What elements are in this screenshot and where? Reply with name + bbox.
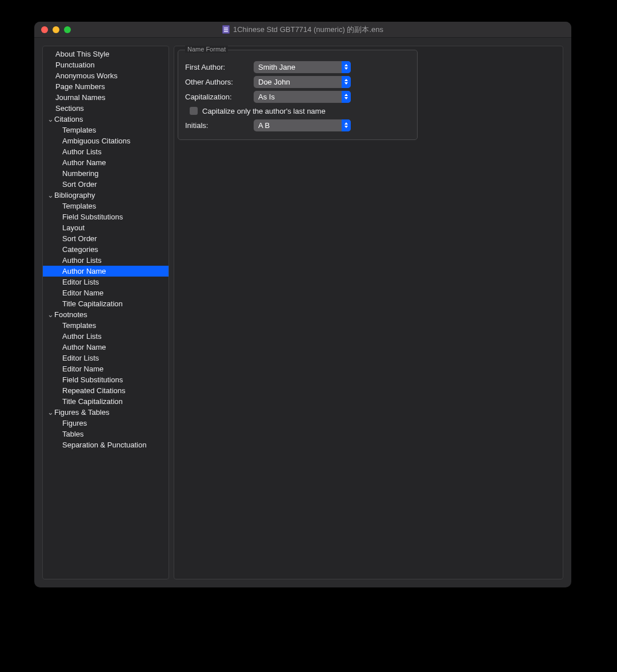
tree-item-label: Author Name [62, 158, 106, 167]
popup-arrows-icon [342, 61, 351, 73]
tree-item-label: Templates [62, 126, 96, 134]
window-title: 1Chinese Std GBT7714 (numeric) 的副本.ens [233, 25, 383, 35]
tree-item[interactable]: Anonymous Works [43, 70, 169, 81]
popup-capitalization[interactable]: As Is [254, 91, 351, 103]
tree-item[interactable]: Editor Lists [43, 353, 169, 363]
chevron-down-icon[interactable]: ⌄ [47, 114, 53, 125]
tree-item-label: Title Capitalization [62, 299, 123, 308]
tree-item[interactable]: Editor Lists [43, 277, 169, 287]
window-minimize-button[interactable] [53, 26, 59, 33]
tree-item[interactable]: Numbering [43, 168, 169, 179]
row-first-author: First Author: Smith Jane [185, 59, 410, 74]
tree-item-label: Templates [62, 321, 96, 330]
tree-item-label: Editor Lists [62, 278, 99, 286]
label-capitalization: Capitalization: [185, 93, 254, 101]
chevron-down-icon[interactable]: ⌄ [47, 407, 53, 418]
popup-first-author[interactable]: Smith Jane [254, 61, 351, 73]
tree-item[interactable]: Field Substitutions [43, 374, 169, 385]
tree-item[interactable]: Templates [43, 320, 169, 331]
tree-item[interactable]: Author Lists [43, 146, 169, 157]
tree-item-label: Editor Name [62, 289, 103, 297]
tree-item-label: Title Capitalization [62, 397, 123, 406]
popup-first-author-value: Smith Jane [258, 63, 295, 71]
chevron-down-icon[interactable]: ⌄ [47, 190, 53, 201]
content-area: About This StylePunctuationAnonymous Wor… [34, 38, 571, 587]
popup-initials-value: A B [258, 121, 270, 130]
popup-capitalization-value: As Is [258, 93, 275, 101]
tree-item[interactable]: Author Name [43, 157, 169, 168]
tree-item-label: Author Lists [62, 147, 102, 156]
tree-item[interactable]: Tables [43, 429, 169, 439]
tree-item[interactable]: Templates [43, 125, 169, 135]
tree-item[interactable]: Author Lists [43, 255, 169, 266]
tree-item[interactable]: ⌄Citations [43, 114, 169, 125]
tree-item-label: Journal Names [55, 93, 105, 102]
window-title-wrap: 1Chinese Std GBT7714 (numeric) 的副本.ens [34, 25, 571, 35]
tree-item[interactable]: ⌄Bibliography [43, 190, 169, 201]
tree-item[interactable]: Author Name [43, 266, 169, 277]
tree-item[interactable]: Editor Name [43, 287, 169, 298]
tree-item[interactable]: Author Lists [43, 331, 169, 342]
tree-item-label: Figures & Tables [54, 408, 110, 417]
tree-item-label: Editor Lists [62, 354, 99, 362]
popup-arrows-icon [342, 76, 351, 88]
tree-item-label: Sections [55, 104, 84, 113]
popup-other-authors[interactable]: Doe John [254, 76, 351, 88]
tree-item[interactable]: Page Numbers [43, 81, 169, 92]
tree-item-label: Author Lists [62, 332, 102, 341]
tree-item-label: Field Substitutions [62, 375, 123, 384]
tree-item[interactable]: Sections [43, 103, 169, 114]
document-icon [222, 25, 230, 34]
checkbox-cap-lastname[interactable] [190, 107, 198, 115]
sidebar-tree[interactable]: About This StylePunctuationAnonymous Wor… [42, 46, 169, 579]
tree-item-label: Categories [62, 245, 98, 254]
chevron-down-icon[interactable]: ⌄ [47, 309, 53, 320]
tree-item[interactable]: Separation & Punctuation [43, 439, 169, 450]
tree-item-label: Separation & Punctuation [62, 441, 146, 449]
tree-item-label: Footnotes [54, 310, 87, 319]
tree-item-label: Templates [62, 202, 96, 210]
tree-item[interactable]: Figures [43, 418, 169, 429]
tree-item-label: Layout [62, 223, 85, 232]
titlebar: 1Chinese Std GBT7714 (numeric) 的副本.ens [34, 22, 571, 38]
traffic-lights [41, 26, 71, 33]
tree-item[interactable]: Repeated Citations [43, 385, 169, 396]
row-other-authors: Other Authors: Doe John [185, 74, 410, 89]
tree-item[interactable]: Field Substitutions [43, 211, 169, 222]
tree-item[interactable]: Title Capitalization [43, 298, 169, 309]
detail-pane: Name Format First Author: Smith Jane Oth… [174, 46, 563, 579]
tree-item[interactable]: ⌄Figures & Tables [43, 407, 169, 418]
row-capitalization: Capitalization: As Is [185, 89, 410, 104]
tree-item[interactable]: Sort Order [43, 179, 169, 190]
tree-item[interactable]: Editor Name [43, 363, 169, 374]
label-initials: Initials: [185, 121, 254, 130]
tree-item-label: About This Style [55, 50, 109, 58]
tree-item[interactable]: Title Capitalization [43, 396, 169, 407]
tree-item[interactable]: Ambiguous Citations [43, 135, 169, 146]
tree-item[interactable]: Layout [43, 222, 169, 233]
popup-arrows-icon [342, 119, 351, 131]
popup-other-authors-value: Doe John [258, 78, 290, 86]
tree-item-label: Tables [62, 430, 84, 438]
label-cap-lastname: Capitalize only the author's last name [202, 107, 326, 115]
window-zoom-button[interactable] [64, 26, 71, 33]
tree-item-label: Numbering [62, 169, 99, 178]
tree-item[interactable]: Sort Order [43, 233, 169, 244]
tree-item[interactable]: Punctuation [43, 59, 169, 70]
label-other-authors: Other Authors: [185, 78, 254, 86]
tree-item[interactable]: ⌄Footnotes [43, 309, 169, 320]
tree-item[interactable]: Templates [43, 201, 169, 211]
tree-item-label: Author Name [62, 343, 106, 351]
popup-initials[interactable]: A B [254, 119, 351, 131]
group-title: Name Format [185, 46, 228, 53]
tree-item[interactable]: Author Name [43, 342, 169, 353]
window-close-button[interactable] [41, 26, 48, 33]
tree-item-label: Sort Order [62, 234, 97, 243]
tree-item[interactable]: About This Style [43, 49, 169, 59]
tree-item-label: Field Substitutions [62, 213, 123, 221]
app-window: 1Chinese Std GBT7714 (numeric) 的副本.ens A… [34, 22, 571, 587]
tree-item-label: Sort Order [62, 180, 97, 189]
tree-item-label: Anonymous Works [55, 71, 118, 80]
tree-item[interactable]: Journal Names [43, 92, 169, 103]
tree-item[interactable]: Categories [43, 244, 169, 255]
